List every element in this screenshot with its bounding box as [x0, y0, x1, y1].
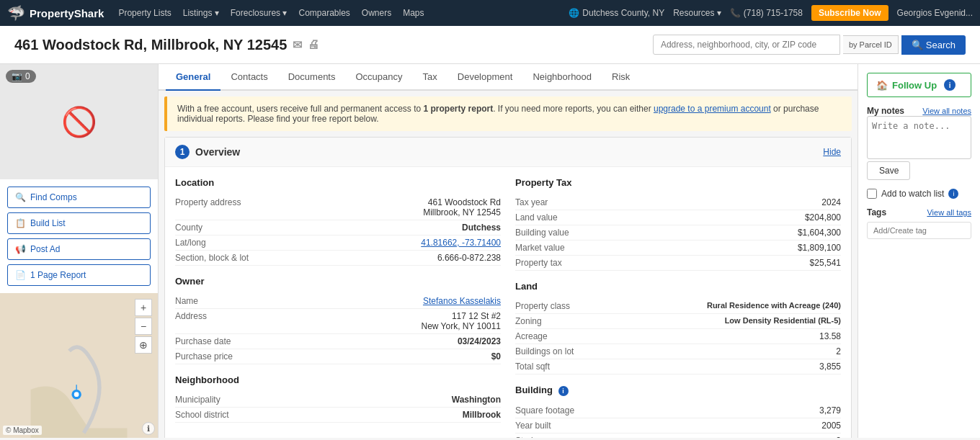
- map-compass-button[interactable]: ⊕: [135, 336, 152, 354]
- nav-right: 🌐 Dutchess County, NY Resources ▾ 📞 (718…: [569, 5, 973, 21]
- field-property-tax: Property tax $25,541: [515, 256, 841, 271]
- center-content: General Contacts Documents Occupancy Tax…: [159, 64, 858, 438]
- camera-icon: 📷: [12, 71, 22, 81]
- follow-up-info-dot: i: [944, 79, 956, 91]
- nav-foreclosures[interactable]: Foreclosures ▾: [231, 8, 288, 18]
- field-market-value: Market value $1,809,100: [515, 241, 841, 256]
- post-ad-button[interactable]: 📢 Post Ad: [7, 238, 151, 260]
- tab-contacts[interactable]: Contacts: [220, 64, 277, 91]
- view-all-notes-link[interactable]: View all notes: [922, 107, 971, 115]
- phone-number: (718) 715-1758: [744, 8, 803, 18]
- map-zoom-out-button[interactable]: −: [135, 318, 152, 335]
- notes-textarea[interactable]: [867, 116, 971, 159]
- no-image-icon: 🚫: [61, 105, 97, 139]
- neighborhood-subsection: Neighborhood Municipality Washington Sch…: [175, 374, 501, 423]
- logo-icon: 🦈: [7, 4, 25, 22]
- land-subsection: Land Property class Rural Residence with…: [515, 281, 841, 374]
- watch-list-info-icon: i: [948, 189, 958, 199]
- tags-section: Tags View all tags: [867, 207, 971, 239]
- logo-text: PropertyShark: [30, 7, 104, 19]
- phone: 📞 (718) 715-1758: [730, 8, 803, 18]
- county-selector[interactable]: 🌐 Dutchess County, NY: [569, 8, 664, 18]
- field-property-class: Property class Rural Residence with Acre…: [515, 299, 841, 314]
- field-acreage: Acreage 13.58: [515, 329, 841, 344]
- view-all-tags-link[interactable]: View all tags: [927, 208, 971, 217]
- field-square-footage: Square footage 3,279: [515, 403, 841, 418]
- tags-input[interactable]: [867, 222, 971, 239]
- parcel-id-button[interactable]: by Parcel ID: [843, 35, 899, 54]
- building-title: Building i: [515, 385, 841, 396]
- right-sidebar: 🏠 Follow Up i My notes View all notes Sa…: [858, 64, 980, 438]
- post-ad-icon: 📢: [15, 244, 26, 254]
- header-bar: 461 Woodstock Rd, Millbrook, NY 12545 ✉ …: [0, 26, 980, 64]
- neighborhood-title: Neighborhood: [175, 374, 501, 385]
- nav-listings[interactable]: Listings ▾: [183, 8, 219, 18]
- field-purchase-price: Purchase price $0: [175, 349, 501, 364]
- map-zoom-in-button[interactable]: +: [135, 299, 152, 316]
- tab-risk[interactable]: Risk: [602, 64, 640, 91]
- print-icon[interactable]: 🖨: [308, 38, 319, 51]
- overview-left-col: Location Property address 461 Woodstock …: [175, 177, 501, 438]
- map-placeholder: + − ⊕ © Mapbox ℹ: [0, 293, 158, 438]
- resources-link[interactable]: Resources ▾: [673, 8, 721, 18]
- section-number-1: 1: [175, 145, 190, 159]
- follow-up-button[interactable]: 🏠 Follow Up i: [867, 73, 971, 97]
- field-building-value: Building value $1,604,300: [515, 225, 841, 241]
- nav-owners[interactable]: Owners: [362, 8, 391, 18]
- overview-body: Location Property address 461 Woodstock …: [165, 167, 851, 438]
- navbar: 🦈 PropertyShark Property Lists Listings …: [0, 0, 980, 26]
- main-layout: 📷 0 🚫 🔍 Find Comps 📋 Build List 📢 Post A…: [0, 64, 980, 438]
- email-icon[interactable]: ✉: [293, 38, 302, 52]
- map-info-button[interactable]: ℹ: [142, 422, 155, 435]
- search-input[interactable]: [653, 35, 840, 55]
- search-button[interactable]: 🔍 Search: [901, 35, 966, 55]
- owner-title: Owner: [175, 276, 501, 287]
- report-icon: 📄: [15, 270, 26, 280]
- tab-development[interactable]: Development: [447, 64, 523, 91]
- map-area[interactable]: + − ⊕ © Mapbox ℹ: [0, 293, 158, 438]
- tab-neighborhood[interactable]: Neighborhood: [522, 64, 602, 91]
- overview-right-col: Property Tax Tax year 2024 Land value $2…: [515, 177, 841, 438]
- tabs-bar: General Contacts Documents Occupancy Tax…: [159, 64, 858, 91]
- field-owner-address: Address 117 12 St #2New York, NY 10011: [175, 309, 501, 334]
- one-page-report-button[interactable]: 📄 1 Page Report: [7, 264, 151, 286]
- overview-title: Overview: [195, 146, 823, 158]
- sidebar-actions: 🔍 Find Comps 📋 Build List 📢 Post Ad 📄 1 …: [0, 179, 158, 293]
- nav-property-lists[interactable]: Property Lists: [118, 8, 171, 18]
- tab-occupancy[interactable]: Occupancy: [345, 64, 412, 91]
- field-tax-year: Tax year 2024: [515, 195, 841, 210]
- building-info-icon: i: [558, 386, 569, 396]
- nav-links: Property Lists Listings ▾ Foreclosures ▾…: [118, 8, 424, 18]
- field-stories: Stories 2: [515, 434, 841, 438]
- field-zoning: Zoning Low Density Residential (RL-5): [515, 314, 841, 329]
- user-menu[interactable]: Georgios Evgenid...: [897, 8, 973, 18]
- globe-icon: 🌐: [569, 8, 579, 18]
- upgrade-link[interactable]: upgrade to a premium account: [654, 104, 771, 114]
- tags-header: Tags View all tags: [867, 207, 971, 217]
- find-comps-icon: 🔍: [15, 192, 26, 202]
- field-school-district: School district Millbrook: [175, 408, 501, 423]
- nav-maps[interactable]: Maps: [403, 8, 424, 18]
- tab-documents[interactable]: Documents: [278, 64, 346, 91]
- find-comps-button[interactable]: 🔍 Find Comps: [7, 187, 151, 208]
- build-list-button[interactable]: 📋 Build List: [7, 212, 151, 234]
- field-total-sqft: Total sqft 3,855: [515, 359, 841, 374]
- my-notes-section: My notes View all notes Save: [867, 106, 971, 180]
- nav-comparables[interactable]: Comparables: [298, 8, 349, 18]
- build-list-icon: 📋: [15, 218, 26, 228]
- field-owner-name: Name Stefanos Kasselakis: [175, 294, 501, 309]
- tab-tax[interactable]: Tax: [413, 64, 447, 91]
- photo-count-badge: 📷 0: [6, 70, 36, 83]
- hide-overview-link[interactable]: Hide: [823, 147, 841, 157]
- watch-list-checkbox[interactable]: [867, 189, 877, 199]
- save-notes-button[interactable]: Save: [867, 161, 910, 180]
- field-section-block-lot: Section, block & lot 6.666-0-872.238: [175, 251, 501, 266]
- info-banner-text: With a free account, users receive full …: [177, 104, 819, 124]
- subscribe-button[interactable]: Subscribe Now: [811, 5, 888, 21]
- land-title: Land: [515, 281, 841, 292]
- tab-general[interactable]: General: [166, 64, 220, 91]
- field-property-address: Property address 461 Woodstock RdMillbro…: [175, 195, 501, 220]
- field-year-built: Year built 2005: [515, 418, 841, 434]
- field-land-value: Land value $204,800: [515, 210, 841, 225]
- logo[interactable]: 🦈 PropertyShark: [7, 4, 104, 22]
